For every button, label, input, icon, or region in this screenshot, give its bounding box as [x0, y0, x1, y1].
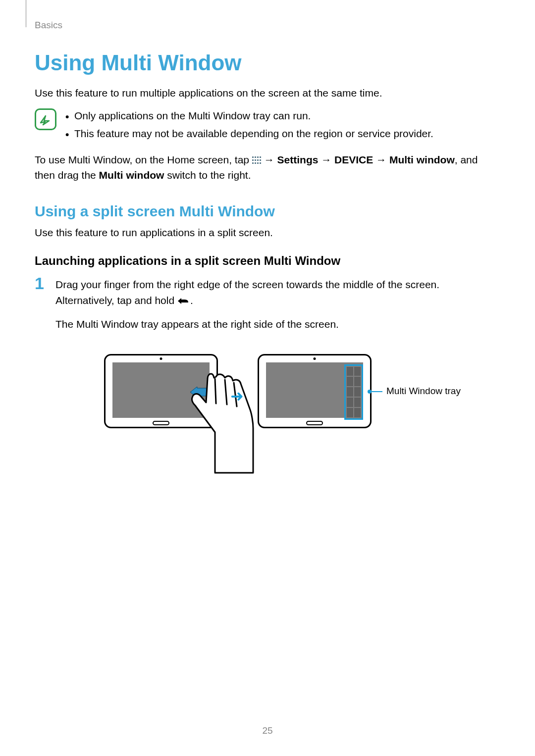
apps-grid-icon [252, 156, 261, 164]
step-text: Drag your finger from the right edge of … [55, 279, 439, 306]
nav-settings: Settings [277, 154, 319, 165]
callout-line [369, 391, 382, 392]
callout-label: Multi Window tray [386, 386, 461, 397]
hand-illustration [166, 359, 266, 478]
note-text: This feature may not be available depend… [74, 125, 433, 143]
note-item: • This feature may not be available depe… [65, 125, 500, 143]
step-number: 1 [35, 275, 47, 339]
section-desc: Use this feature to run applications in … [35, 225, 500, 241]
step-text: The Multi Window tray appears at the rig… [55, 316, 500, 332]
label-multiwindow: Multi window [99, 169, 164, 181]
text: switch to the right. [164, 169, 251, 181]
note-box: • Only applications on the Multi Window … [35, 107, 500, 143]
subsection-heading: Launching applications in a split screen… [35, 254, 500, 268]
page-number: 25 [262, 725, 272, 736]
back-icon [177, 294, 190, 310]
breadcrumb: Basics [35, 20, 500, 31]
section-heading: Using a split screen Multi Window [35, 203, 500, 220]
enable-instructions: To use Multi Window, on the Home screen,… [35, 152, 500, 183]
text: → [318, 154, 334, 165]
step-1: 1 Drag your finger from the right edge o… [35, 277, 500, 339]
nav-multiwindow: Multi window [389, 154, 455, 165]
intro-text: Use this feature to run multiple applica… [35, 86, 500, 101]
page-title: Using Multi Window [35, 50, 500, 75]
step-text: . [190, 295, 193, 306]
text: → [261, 154, 277, 165]
multi-window-tray [344, 364, 363, 420]
text: To use Multi Window, on the Home screen,… [35, 154, 252, 165]
note-item: • Only applications on the Multi Window … [65, 107, 500, 125]
note-text: Only applications on the Multi Window tr… [74, 107, 311, 125]
tablet-after [258, 354, 372, 428]
text: → [373, 154, 389, 165]
note-icon [35, 108, 56, 130]
nav-device: DEVICE [334, 154, 373, 165]
figure-multiwindow: ➜ Multi Window tray [74, 354, 461, 483]
arrow-right-icon: ➜ [230, 387, 244, 405]
